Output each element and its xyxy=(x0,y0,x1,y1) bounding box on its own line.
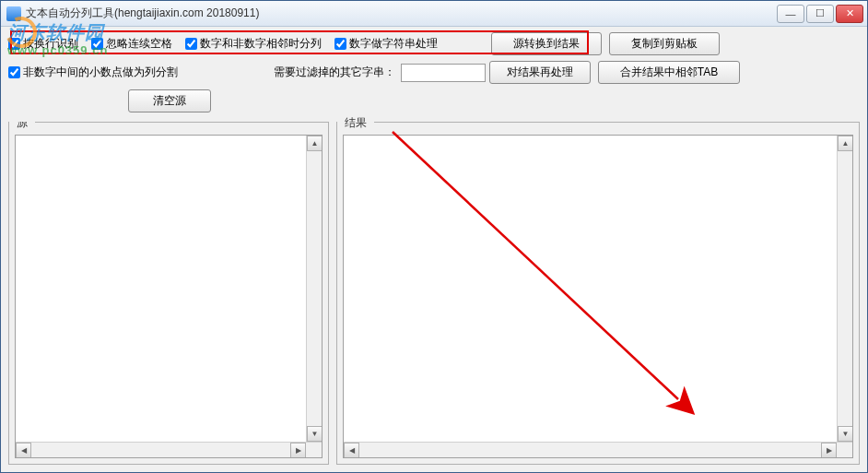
scroll-up-icon[interactable]: ▲ xyxy=(307,136,323,151)
checkbox-by-newline[interactable]: 按换行识别 xyxy=(8,36,78,52)
toolbar: 按换行识别 忽略连续空格 数字和非数字相邻时分列 数字做字符串处理 源转换到结果… xyxy=(1,27,867,122)
checkbox-by-newline-input[interactable] xyxy=(8,38,20,50)
checkbox-digit-nondigit[interactable]: 数字和非数字相邻时分列 xyxy=(185,36,322,52)
filter-chars-input[interactable] xyxy=(401,64,486,82)
source-textarea-wrap: ▲ ▼ ◀ ▶ xyxy=(15,135,323,458)
window-title: 文本自动分列工具(hengtaijiaxin.com 20180911) xyxy=(26,6,775,21)
result-pane: 结果 ▲ ▼ ◀ ▶ xyxy=(336,122,860,465)
scroll-left-icon[interactable]: ◀ xyxy=(344,443,359,458)
checkbox-digit-nondigit-label: 数字和非数字相邻时分列 xyxy=(200,36,322,52)
merge-tab-button[interactable]: 合并结果中相邻TAB xyxy=(598,61,740,84)
titlebar: 文本自动分列工具(hengtaijiaxin.com 20180911) — ☐… xyxy=(1,1,867,27)
result-pane-label: 结果 xyxy=(337,114,374,131)
panes: 源 ▲ ▼ ◀ ▶ 结果 ▲ ▼ xyxy=(1,122,867,472)
minimize-button[interactable]: — xyxy=(777,5,804,23)
scroll-up-icon[interactable]: ▲ xyxy=(838,136,853,151)
result-scrollbar-horizontal[interactable]: ◀ ▶ xyxy=(344,442,852,457)
checkbox-decimal-split-label: 非数字中间的小数点做为列分割 xyxy=(23,65,178,80)
source-scrollbar-vertical[interactable]: ▲ ▼ xyxy=(306,136,322,442)
scroll-right-icon[interactable]: ▶ xyxy=(821,443,837,458)
checkbox-ignore-spaces-label: 忽略连续空格 xyxy=(106,36,172,52)
source-scrollbar-horizontal[interactable]: ◀ ▶ xyxy=(16,442,322,457)
scroll-down-icon[interactable]: ▼ xyxy=(838,426,853,442)
scroll-left-icon[interactable]: ◀ xyxy=(16,443,31,458)
checkbox-by-newline-label: 按换行识别 xyxy=(23,36,78,52)
result-scrollbar-vertical[interactable]: ▲ ▼ xyxy=(837,136,852,442)
result-textarea[interactable] xyxy=(344,136,837,442)
checkbox-ignore-spaces-input[interactable] xyxy=(91,38,103,50)
checkbox-digit-nondigit-input[interactable] xyxy=(185,38,197,50)
close-button[interactable]: ✕ xyxy=(836,5,863,23)
checkbox-digit-as-string-input[interactable] xyxy=(334,38,346,50)
scroll-down-icon[interactable]: ▼ xyxy=(307,426,323,442)
checkbox-decimal-split[interactable]: 非数字中间的小数点做为列分割 xyxy=(8,65,178,80)
checkbox-digit-as-string-label: 数字做字符串处理 xyxy=(349,36,438,52)
copy-clipboard-button[interactable]: 复制到剪贴板 xyxy=(609,32,720,55)
source-pane: 源 ▲ ▼ ◀ ▶ xyxy=(8,122,329,465)
result-textarea-wrap: ▲ ▼ ◀ ▶ xyxy=(343,135,853,458)
checkbox-decimal-split-input[interactable] xyxy=(8,66,20,78)
source-textarea[interactable] xyxy=(16,136,306,442)
filter-chars-label: 需要过滤掉的其它字串： xyxy=(274,65,395,80)
app-icon xyxy=(6,6,21,21)
scroll-right-icon[interactable]: ▶ xyxy=(290,443,306,458)
clear-source-button[interactable]: 清空源 xyxy=(128,89,211,112)
checkbox-ignore-spaces[interactable]: 忽略连续空格 xyxy=(91,36,172,52)
checkbox-digit-as-string[interactable]: 数字做字符串处理 xyxy=(334,36,438,52)
source-to-result-button[interactable]: 源转换到结果 xyxy=(491,32,602,55)
reprocess-button[interactable]: 对结果再处理 xyxy=(489,61,591,84)
app-window: 文本自动分列工具(hengtaijiaxin.com 20180911) — ☐… xyxy=(0,0,868,473)
maximize-button[interactable]: ☐ xyxy=(806,5,834,23)
